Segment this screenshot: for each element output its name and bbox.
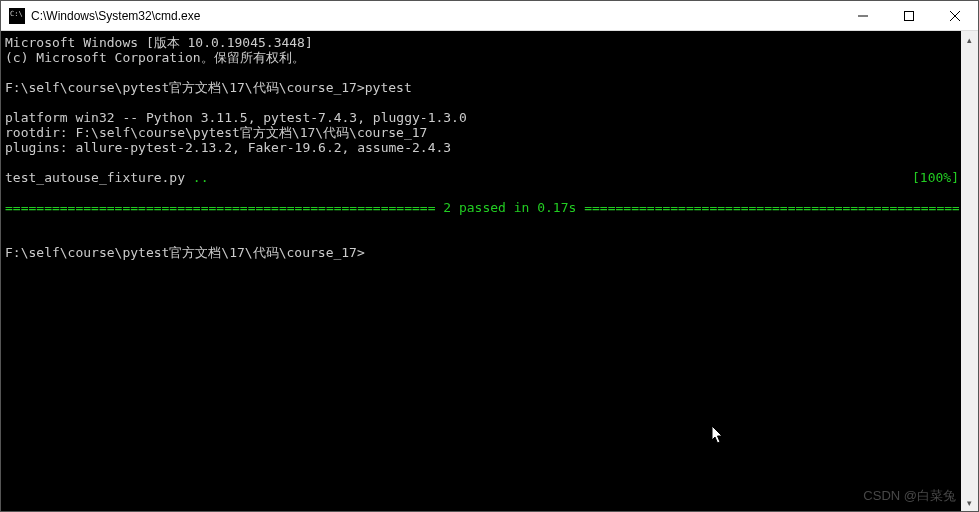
- scroll-up-arrow[interactable]: ▴: [961, 31, 978, 48]
- summary-separator: ========================================…: [5, 200, 959, 215]
- summary-text: 2 passed in 0.17s: [435, 200, 584, 215]
- terminal-area: Microsoft Windows [版本 10.0.19045.3448] (…: [1, 31, 978, 511]
- test-percent: [100%]: [912, 170, 959, 185]
- prompt-2: F:\self\course\pytest官方文档\17\代码\course_1…: [5, 245, 365, 260]
- line-rootdir: rootdir: F:\self\course\pytest官方文档\17\代码…: [5, 125, 427, 140]
- maximize-button[interactable]: [886, 1, 932, 31]
- watermark-text: CSDN @白菜兔: [863, 487, 956, 505]
- minimize-button[interactable]: [840, 1, 886, 31]
- line-platform: platform win32 -- Python 3.11.5, pytest-…: [5, 110, 467, 125]
- line-plugins: plugins: allure-pytest-2.13.2, Faker-19.…: [5, 140, 451, 155]
- line-version: Microsoft Windows [版本 10.0.19045.3448]: [5, 35, 313, 50]
- titlebar[interactable]: C:\Windows\System32\cmd.exe: [1, 1, 978, 31]
- svg-rect-1: [905, 11, 914, 20]
- cmd-window: C:\Windows\System32\cmd.exe Microsoft Wi…: [0, 0, 979, 512]
- test-file: test_autouse_fixture.py: [5, 170, 193, 185]
- test-pass-dots: ..: [193, 170, 209, 185]
- vertical-scrollbar[interactable]: ▴ ▾: [961, 31, 978, 511]
- scroll-down-arrow[interactable]: ▾: [961, 494, 978, 511]
- window-title: C:\Windows\System32\cmd.exe: [31, 9, 200, 23]
- line-copyright: (c) Microsoft Corporation。保留所有权利。: [5, 50, 305, 65]
- prompt-1: F:\self\course\pytest官方文档\17\代码\course_1…: [5, 80, 412, 95]
- test-result-row: test_autouse_fixture.py ..[100%]: [5, 170, 959, 185]
- terminal-output[interactable]: Microsoft Windows [版本 10.0.19045.3448] (…: [1, 31, 961, 511]
- close-button[interactable]: [932, 1, 978, 31]
- cmd-icon: [9, 8, 25, 24]
